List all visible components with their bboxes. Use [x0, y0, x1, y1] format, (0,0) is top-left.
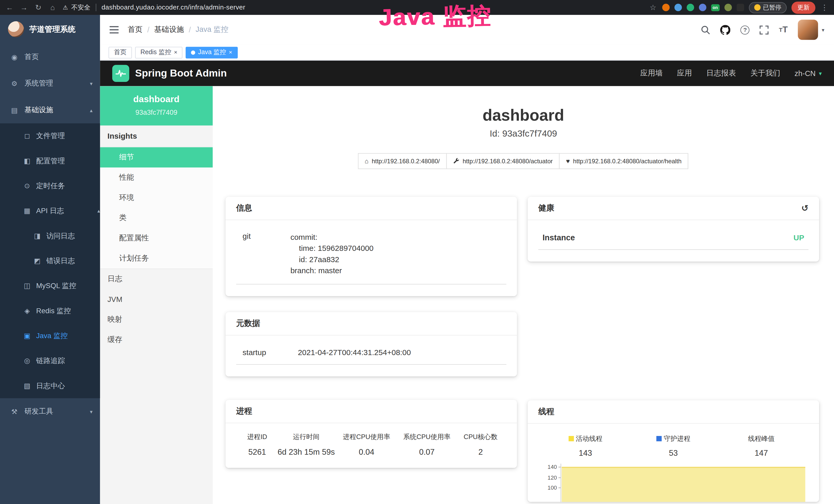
- url-text[interactable]: dashboard.yudao.iocoder.cn/infra/admin-s…: [102, 4, 245, 11]
- legend-yellow-swatch: [568, 436, 574, 441]
- sidebar-item-system-management[interactable]: ⚙ 系统管理 ▾: [0, 70, 100, 97]
- github-icon[interactable]: [721, 25, 730, 35]
- dashboard-icon: ◉: [10, 53, 19, 61]
- app-sidebar: 芋道管理系统 ◉ 首页 ⚙ 系统管理 ▾ ▤ 基础设施 ▴ ◻ 文件管理 ◧ 配…: [0, 15, 100, 504]
- sba-nav-about[interactable]: 关于我们: [750, 69, 780, 78]
- link-url: http://192.168.0.2:48080/actuator/health: [573, 158, 681, 164]
- header-actions: ? TT ▾: [701, 20, 824, 40]
- update-button[interactable]: 更新: [791, 1, 815, 14]
- sba-nav-wallboard[interactable]: 应用墙: [640, 69, 663, 78]
- chart-y-axis: 140 120 100: [543, 464, 561, 502]
- fullscreen-icon[interactable]: [760, 25, 769, 34]
- legend-peak-threads: 线程峰值 147: [717, 434, 805, 457]
- sidebar-item-log-center[interactable]: ▧ 日志中心: [0, 373, 100, 398]
- sba-nav-applications[interactable]: 应用: [677, 69, 692, 78]
- tab-java-monitor[interactable]: Java 监控 ×: [186, 46, 238, 58]
- sba-menu-scheduled-tasks[interactable]: 计划任务: [100, 248, 213, 269]
- browser-right-cluster: ☆ on 已暂停 更新 ⋮: [649, 1, 829, 14]
- legend-daemon-threads: 守护进程 53: [629, 434, 717, 457]
- back-icon[interactable]: ←: [5, 3, 14, 12]
- sba-menu-mappings[interactable]: 映射: [100, 310, 213, 330]
- sba-brand-title[interactable]: Spring Boot Admin: [135, 68, 227, 79]
- sba-menu-jvm[interactable]: JVM: [100, 289, 213, 310]
- sidebar-item-redis-monitor[interactable]: ◈ Redis 监控: [0, 298, 100, 323]
- close-tab-icon[interactable]: ×: [174, 49, 177, 55]
- sidebar-item-java-monitor[interactable]: ▣ Java 监控: [0, 323, 100, 348]
- forward-icon[interactable]: →: [20, 3, 28, 12]
- link-url: http://192.168.0.2:48080/: [372, 158, 440, 164]
- sba-nav-journal[interactable]: 日志报表: [706, 69, 736, 78]
- sidebar-item-trace[interactable]: ◎ 链路追踪: [0, 348, 100, 373]
- browser-menu-icon[interactable]: ⋮: [820, 3, 829, 12]
- question-glyph: ?: [741, 25, 749, 34]
- sidebar-item-dev-tools[interactable]: ⚒ 研发工具 ▾: [0, 398, 100, 425]
- live-threads-area-series: [562, 467, 805, 502]
- sba-menu-caches[interactable]: 缓存: [100, 330, 213, 350]
- page-title: dashboard: [213, 106, 834, 124]
- reload-icon[interactable]: ↻: [34, 3, 43, 12]
- sidebar-collapse-icon[interactable]: [110, 26, 119, 33]
- column-header: 进程CPU使用率: [336, 433, 397, 442]
- sba-menu-details[interactable]: 细节: [100, 147, 213, 168]
- sba-menu-beans[interactable]: 类: [100, 208, 213, 228]
- profile-paused-badge[interactable]: 已暂停: [749, 2, 787, 13]
- address-bar[interactable]: ⚠ 不安全 dashboard.yudao.iocoder.cn/infra/a…: [63, 3, 245, 12]
- process-cpu-value: 0.04: [336, 447, 397, 456]
- sidebar-item-home[interactable]: ◉ 首页: [0, 44, 100, 70]
- breadcrumb-home[interactable]: 首页: [128, 25, 142, 35]
- sba-menu-config-properties[interactable]: 配置属性: [100, 228, 213, 248]
- column-header: CPU核心数: [457, 433, 504, 442]
- y-tick-label: 100: [548, 484, 557, 491]
- help-icon[interactable]: ?: [741, 25, 749, 34]
- tab-redis-monitor[interactable]: Redis 监控 ×: [135, 46, 183, 58]
- breadcrumb-infra[interactable]: 基础设施: [154, 25, 184, 35]
- extension-on-icon[interactable]: on: [711, 4, 720, 11]
- card-title: 健康: [539, 203, 554, 213]
- bookmark-star-icon[interactable]: ☆: [649, 3, 657, 12]
- extension-icon-1[interactable]: [662, 4, 670, 11]
- instance-name: dashboard: [105, 94, 207, 105]
- sidebar-item-label: 访问日志: [46, 231, 75, 240]
- locale-selector[interactable]: zh-CN ▾: [794, 69, 822, 77]
- sidebar-item-mysql-monitor[interactable]: ◫ MySQL 监控: [0, 273, 100, 298]
- user-avatar-menu[interactable]: ▾: [798, 20, 825, 40]
- process-id-value: 5261: [238, 447, 276, 456]
- sba-menu-loggers[interactable]: 日志: [100, 269, 213, 289]
- cards-area: 信息 git commit: time: 1596289704000 id: 2…: [213, 197, 834, 502]
- info-card: 信息 git commit: time: 1596289704000 id: 2…: [225, 197, 517, 296]
- extension-icon-4[interactable]: [699, 4, 706, 11]
- extension-icon-7[interactable]: [737, 4, 744, 11]
- sidebar-item-label: 首页: [24, 52, 39, 62]
- sidebar-item-label: 研发工具: [24, 407, 53, 416]
- home-icon: ⌂: [365, 157, 369, 165]
- sidebar-item-config-management[interactable]: ◧ 配置管理: [0, 148, 100, 173]
- tab-home[interactable]: 首页: [108, 46, 132, 58]
- sidebar-item-api-logs[interactable]: ▦ API 日志 ▴: [0, 198, 100, 223]
- sidebar-item-scheduled-jobs[interactable]: ⊙ 定时任务: [0, 173, 100, 198]
- sba-menu-metrics[interactable]: 性能: [100, 167, 213, 188]
- extension-icon-2[interactable]: [674, 4, 682, 11]
- history-icon[interactable]: ↺: [802, 204, 809, 212]
- security-label[interactable]: 不安全: [71, 3, 90, 12]
- extension-icon-6[interactable]: [724, 4, 731, 11]
- spring-boot-admin-logo[interactable]: [112, 65, 129, 82]
- sidebar-item-access-logs[interactable]: ◨ 访问日志: [0, 223, 100, 248]
- app-logo[interactable]: 芋道管理系统: [0, 15, 100, 44]
- font-size-icon[interactable]: TT: [779, 25, 788, 35]
- search-icon[interactable]: [701, 25, 710, 34]
- file-icon: ◻: [23, 132, 31, 140]
- chevron-down-icon: ▾: [819, 70, 822, 77]
- browser-home-icon[interactable]: ⌂: [48, 3, 57, 12]
- threads-chart: 140 120 100: [539, 464, 809, 502]
- sidebar-item-file-management[interactable]: ◻ 文件管理: [0, 123, 100, 148]
- chevron-down-icon: ▾: [90, 409, 92, 414]
- sidebar-item-infrastructure[interactable]: ▤ 基础设施 ▴: [0, 97, 100, 123]
- actuator-url-link[interactable]: http://192.168.0.2:48080/actuator: [446, 153, 560, 169]
- sba-menu-environment[interactable]: 环境: [100, 188, 213, 208]
- sidebar-item-error-logs[interactable]: ◩ 错误日志: [0, 248, 100, 273]
- extension-icon-3[interactable]: [686, 4, 694, 11]
- service-url-link[interactable]: ⌂ http://192.168.0.2:48080/: [358, 153, 447, 169]
- close-tab-icon[interactable]: ×: [229, 49, 232, 55]
- health-url-link[interactable]: ♥ http://192.168.0.2:48080/actuator/heal…: [559, 153, 688, 169]
- sidebar-item-label: 链路追踪: [36, 356, 65, 365]
